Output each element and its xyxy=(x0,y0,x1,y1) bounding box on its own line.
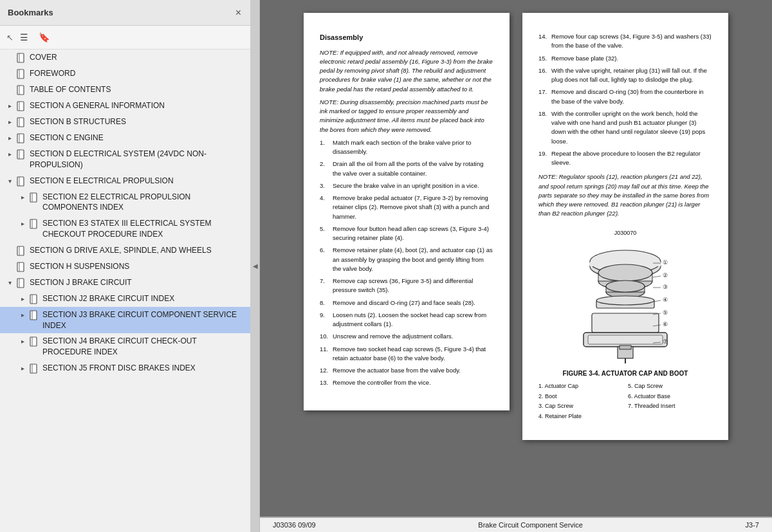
expand-toggle-icon[interactable] xyxy=(5,53,14,63)
step-text: Unscrew and remove the adjustment collar… xyxy=(333,332,453,341)
expand-all-button[interactable]: ☰ xyxy=(16,30,32,45)
figure-label: FIGURE 3-4. ACTUATOR CAP AND BOOT xyxy=(538,369,712,378)
bookmark-item[interactable]: SECTION J4 BRAKE CIRCUIT CHECK-OUT PROCE… xyxy=(0,333,250,360)
bookmark-item[interactable]: SECTION G DRIVE AXLE, SPINDLE, AND WHEEL… xyxy=(0,243,250,259)
svg-rect-16 xyxy=(30,193,37,202)
bookmark-item[interactable]: SECTION E2 ELECTRICAL PROPULSION COMPONE… xyxy=(0,189,250,216)
svg-rect-24 xyxy=(17,279,24,288)
svg-rect-32 xyxy=(30,364,37,373)
disassembly-steps-left: 1.Match mark each section of the brake v… xyxy=(320,138,493,388)
part-item: 6. Actuator Base xyxy=(628,392,712,401)
panel-resize-handle[interactable]: ◀ xyxy=(251,0,260,532)
bookmark-item[interactable]: SECTION J3 BRAKE CIRCUIT COMPONENT SERVI… xyxy=(0,307,250,334)
svg-text:⑦: ⑦ xyxy=(663,338,668,345)
bookmark-label: SECTION E ELECTRICAL PROPULSION xyxy=(30,176,246,187)
step-text: Remove the actuator base from the valve … xyxy=(333,366,461,375)
step-text: Remove four cap screws (34, Figure 3-5) … xyxy=(551,32,712,51)
expand-toggle-icon[interactable] xyxy=(5,246,14,256)
bookmark-label: FOREWORD xyxy=(30,68,246,79)
expand-toggle-icon[interactable] xyxy=(18,192,27,203)
bookmark-label: TABLE OF CONTENTS xyxy=(30,84,246,95)
bookmark-item[interactable]: SECTION E3 STATEX III ELECTRICAL SYSTEM … xyxy=(0,216,250,243)
document-content[interactable]: Disassembly NOTE: If equipped with, and … xyxy=(260,0,772,517)
bookmark-label: SECTION E2 ELECTRICAL PROPULSION COMPONE… xyxy=(42,192,246,214)
step-text: With the valve upright, retainer plug (3… xyxy=(551,66,712,85)
svg-text:②: ② xyxy=(663,272,668,279)
bookmark-flag-icon xyxy=(15,176,26,187)
svg-text:③: ③ xyxy=(663,284,668,290)
bookmark-add-icon: 🔖 xyxy=(39,32,50,42)
note1: NOTE: If equipped with, and not already … xyxy=(320,48,493,94)
bookmark-label: SECTION A GENERAL INFORMATION xyxy=(30,100,246,111)
bookmark-item[interactable]: SECTION J2 BRAKE CIRCUIT INDEX xyxy=(0,291,250,307)
bookmark-item[interactable]: SECTION E ELECTRICAL PROPULSION xyxy=(0,173,250,189)
step-number: 3. xyxy=(320,181,329,190)
step-number: 2. xyxy=(320,160,329,178)
bookmark-label: SECTION B STRUCTURES xyxy=(30,116,246,127)
step-item: 3.Secure the brake valve in an upright p… xyxy=(320,181,493,190)
step-text: Secure the brake valve in an upright pos… xyxy=(333,181,479,190)
bookmark-item[interactable]: SECTION J5 FRONT DISC BRAKES INDEX xyxy=(0,360,250,376)
expand-toggle-icon[interactable] xyxy=(18,294,27,304)
bookmark-item[interactable]: SECTION A GENERAL INFORMATION xyxy=(0,98,250,114)
expand-toggle-icon[interactable] xyxy=(18,336,27,347)
bookmark-item[interactable]: SECTION H SUSPENSIONS xyxy=(0,259,250,275)
part-item: 3. Cap Screw xyxy=(538,402,623,411)
part-item: 5. Cap Screw xyxy=(628,382,712,391)
bookmark-item[interactable]: SECTION C ENGINE xyxy=(0,130,250,146)
bookmarks-list[interactable]: COVERFOREWORDTABLE OF CONTENTSSECTION A … xyxy=(0,50,250,532)
bookmark-flag-icon xyxy=(28,336,39,347)
expand-toggle-icon[interactable] xyxy=(5,176,14,187)
bookmark-item[interactable]: SECTION B STRUCTURES xyxy=(0,114,250,130)
step-text: Remove four button head allen cap screws… xyxy=(333,225,493,243)
step-text: Match mark each section of the brake val… xyxy=(333,138,493,157)
expand-toggle-icon[interactable] xyxy=(5,101,14,111)
expand-toggle-icon[interactable] xyxy=(5,133,14,143)
expand-toggle-icon[interactable] xyxy=(5,262,14,272)
step-number: 15. xyxy=(538,54,547,63)
svg-rect-14 xyxy=(17,177,24,186)
bookmark-item[interactable]: COVER xyxy=(0,50,250,66)
expand-toggle-icon[interactable] xyxy=(18,363,27,374)
bookmark-flag-icon xyxy=(28,294,39,304)
right-note: NOTE: Regulator spools (12), reaction pl… xyxy=(538,172,712,218)
actuator-figure-svg: ① ② ③ ④ ⑤ ⑥ ⑦ xyxy=(561,237,690,366)
step-item: 13.Remove the controller from the vice. xyxy=(320,378,493,387)
close-button[interactable]: × xyxy=(234,6,243,20)
bookmark-flag-icon xyxy=(28,192,39,203)
svg-rect-28 xyxy=(30,311,37,320)
step-item: 1.Match mark each section of the brake v… xyxy=(320,138,493,157)
step-text: With the controller upright on the work … xyxy=(551,109,712,146)
expand-toggle-icon[interactable] xyxy=(5,69,14,79)
step-text: Remove brake pedal actuator (7, Figure 3… xyxy=(333,194,493,221)
step-text: Remove cap screws (36, Figure 3-5) and d… xyxy=(333,277,493,295)
svg-rect-30 xyxy=(30,337,37,346)
bookmark-item[interactable]: FOREWORD xyxy=(0,66,250,82)
expand-toggle-icon[interactable] xyxy=(5,85,14,95)
part-item: 4. Retainer Plate xyxy=(538,412,623,421)
expand-toggle-icon[interactable] xyxy=(5,149,14,160)
step-number: 1. xyxy=(320,138,329,157)
expand-toggle-icon[interactable] xyxy=(18,219,27,229)
step-text: Remove and discard O-ring (27) and face … xyxy=(333,298,475,307)
left-page-column: Disassembly NOTE: If equipped with, and … xyxy=(304,13,510,410)
bookmark-item[interactable]: SECTION J BRAKE CIRCUIT xyxy=(0,275,250,291)
svg-point-42 xyxy=(606,280,645,292)
bookmarks-toolbar: ↖ ☰ 🔖 xyxy=(0,26,250,50)
bookmark-item[interactable]: SECTION D ELECTRICAL SYSTEM (24VDC NON-P… xyxy=(0,146,250,173)
expand-toggle-icon[interactable] xyxy=(5,278,14,288)
footer-center: Brake Circuit Component Service xyxy=(478,521,583,529)
bookmark-item[interactable]: TABLE OF CONTENTS xyxy=(0,82,250,98)
expand-toggle-icon[interactable] xyxy=(5,117,14,127)
bookmark-flag-icon xyxy=(15,69,26,79)
note2: NOTE: During disassembly, precision mach… xyxy=(320,98,493,134)
bookmarks-panel: Bookmarks × ↖ ☰ 🔖 COVERFOREWORDTABLE OF … xyxy=(0,0,251,532)
add-bookmark-button[interactable]: 🔖 xyxy=(35,30,53,45)
step-item: 9.Loosen nuts (2). Loosen the socket hea… xyxy=(320,311,493,329)
svg-rect-10 xyxy=(17,134,24,143)
step-text: Remove base plate (32). xyxy=(551,54,618,63)
step-number: 13. xyxy=(320,378,329,387)
expand-toggle-icon[interactable] xyxy=(18,310,27,320)
svg-rect-22 xyxy=(17,262,24,271)
step-number: 4. xyxy=(320,194,329,221)
